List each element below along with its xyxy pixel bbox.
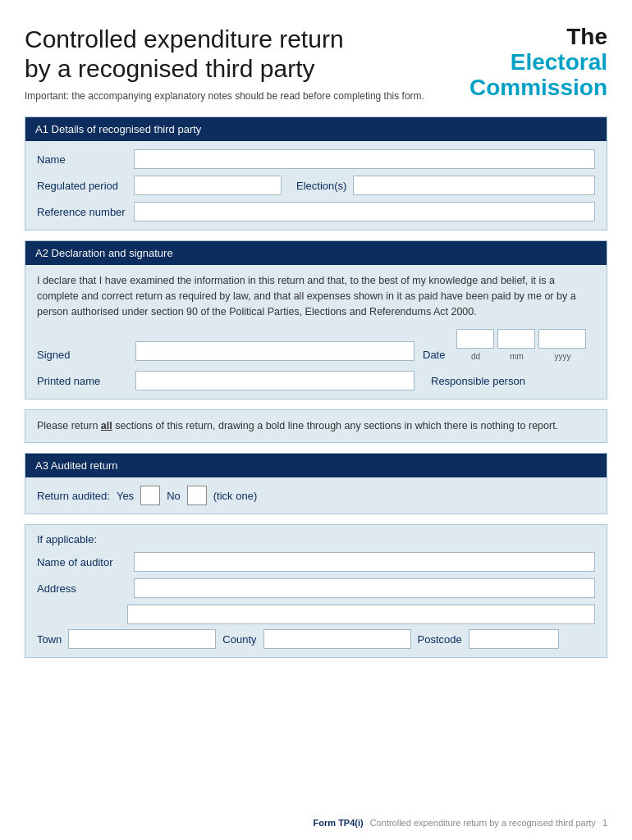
address-label: Address: [37, 582, 127, 595]
printed-name-label: Printed name: [37, 375, 127, 387]
return-note-before: Please return: [37, 420, 101, 431]
signed-input[interactable]: [135, 341, 414, 361]
town-label: Town: [37, 633, 62, 646]
date-labels: dd mm yyyy: [456, 352, 586, 361]
title-block: Controlled expenditure return by a recog…: [25, 25, 443, 102]
tick-one-label: (tick one): [213, 490, 257, 502]
name-row: Name: [37, 149, 595, 169]
auditor-name-row: Name of auditor: [37, 552, 595, 572]
county-label: County: [222, 633, 256, 646]
town-input[interactable]: [68, 629, 216, 649]
if-applicable-title: If applicable:: [37, 533, 595, 546]
address-label-spacer: [37, 605, 127, 624]
declaration-text: I declare that I have examined the infor…: [37, 273, 595, 319]
date-yyyy-input[interactable]: [538, 329, 586, 349]
name-label: Name: [37, 153, 127, 166]
footer-page-number: 1: [602, 818, 607, 828]
postcode-label: Postcode: [418, 633, 462, 646]
footer-description: Controlled expenditure return by a recog…: [370, 818, 596, 828]
section-a3-body: Return audited: Yes No (tick one): [25, 477, 607, 514]
regulated-period-label: Regulated period: [37, 180, 127, 192]
auditor-name-input[interactable]: [134, 552, 595, 572]
date-label: Date: [423, 349, 445, 361]
date-dd-input[interactable]: [456, 329, 494, 349]
section-a1: A1 Details of recognised third party Nam…: [25, 116, 607, 231]
printed-name-row: Printed name Responsible person: [37, 371, 595, 390]
section-a2: A2 Declaration and signature I declare t…: [25, 240, 607, 399]
logo-the: The: [443, 25, 607, 50]
footer: Form TP4(i) Controlled expenditure retur…: [25, 818, 607, 828]
audit-row: Return audited: Yes No (tick one): [37, 486, 595, 505]
no-label: No: [167, 490, 181, 502]
section-a1-body: Name Regulated period Election(s) Refere…: [25, 141, 607, 230]
logo-commission: Commission: [443, 75, 607, 101]
mm-label: mm: [497, 352, 535, 361]
auditor-name-label: Name of auditor: [37, 556, 127, 568]
printed-name-input[interactable]: [135, 371, 414, 390]
postcode-input[interactable]: [469, 629, 559, 649]
regulated-period-row: Regulated period Election(s): [37, 176, 595, 195]
return-note: Please return all sections of this retur…: [25, 409, 607, 443]
signed-row: Signed Date dd mm yyyy: [37, 329, 595, 361]
town-county-row: Town County Postcode: [37, 629, 595, 649]
date-fields: [456, 329, 586, 349]
address-input-2[interactable]: [127, 605, 595, 624]
reference-number-input[interactable]: [134, 202, 595, 221]
if-applicable-section: If applicable: Name of auditor Address T…: [25, 524, 607, 658]
section-a2-header: A2 Declaration and signature: [25, 241, 607, 265]
if-applicable-body: If applicable: Name of auditor Address T…: [25, 525, 607, 657]
dd-label: dd: [456, 352, 494, 361]
return-audited-label: Return audited:: [37, 490, 110, 502]
section-a1-header: A1 Details of recognised third party: [25, 117, 607, 141]
return-note-after: sections of this return, drawing a bold …: [112, 420, 558, 431]
section-a3-header: A3 Audited return: [25, 454, 607, 477]
yes-label: Yes: [117, 490, 134, 502]
section-a2-body: I declare that I have examined the infor…: [25, 265, 607, 399]
yyyy-label: yyyy: [538, 352, 586, 361]
logo-electoral: Electoral: [443, 50, 607, 75]
name-input[interactable]: [134, 149, 595, 169]
elections-input[interactable]: [353, 176, 595, 195]
yes-tick-box[interactable]: [140, 486, 160, 505]
address-row: Address: [37, 578, 595, 598]
reference-number-label: Reference number: [37, 206, 127, 218]
regulated-period-input[interactable]: [134, 176, 282, 195]
important-note: Important: the accompanying explanatory …: [25, 90, 427, 102]
responsible-person-label: Responsible person: [431, 375, 525, 387]
county-input[interactable]: [263, 629, 411, 649]
date-group: dd mm yyyy: [456, 329, 586, 361]
return-note-bold: all: [101, 420, 112, 431]
elections-label: Election(s): [296, 180, 346, 192]
reference-number-row: Reference number: [37, 202, 595, 221]
signed-label: Signed: [37, 349, 127, 361]
logo: The Electoral Commission: [443, 25, 607, 100]
page-title: Controlled expenditure return by a recog…: [25, 25, 427, 84]
address-input-1[interactable]: [134, 578, 595, 598]
date-mm-input[interactable]: [497, 329, 535, 349]
page-header: Controlled expenditure return by a recog…: [25, 25, 607, 102]
address-row2: [37, 605, 595, 624]
no-tick-box[interactable]: [187, 486, 207, 505]
section-a3: A3 Audited return Return audited: Yes No…: [25, 453, 607, 514]
footer-form-id: Form TP4(i): [314, 818, 364, 828]
